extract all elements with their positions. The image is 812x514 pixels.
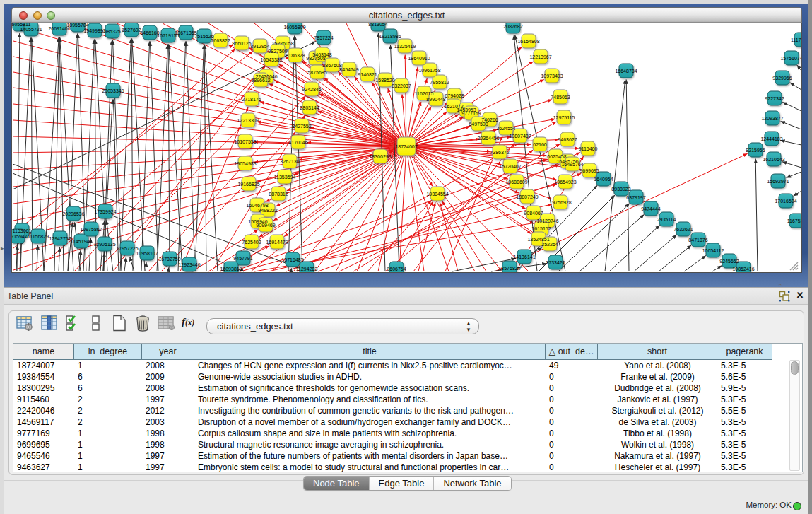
table-row[interactable]: 911546021997Tourette syndrome. Phenomeno… (13, 394, 772, 405)
new-column-icon[interactable] (111, 315, 128, 332)
graph-edge[interactable] (781, 122, 801, 130)
table-settings-icon[interactable] (16, 315, 33, 332)
graph-edge[interactable] (157, 45, 167, 272)
graph-edge[interactable] (291, 268, 292, 271)
graph-edge[interactable] (780, 141, 801, 145)
graph-edge[interactable] (124, 257, 126, 271)
network-window-titlebar[interactable]: citations_edges.txt (11, 7, 802, 23)
table-row[interactable]: 977716911998Corpus callosum shape and si… (13, 428, 772, 439)
float-window-icon[interactable] (779, 291, 790, 302)
table-row[interactable]: 1938455462009Genome-wide association stu… (13, 371, 772, 382)
graph-node-label: 62160 (533, 142, 547, 147)
column-header-short[interactable]: short (598, 344, 717, 360)
table-cell: 0 (546, 371, 598, 382)
column-header-in_degree[interactable]: in_degree (74, 344, 142, 360)
graph-edge[interactable] (104, 253, 105, 272)
function-builder-icon[interactable]: f(x) (182, 316, 194, 328)
graph-edge[interactable] (131, 39, 133, 272)
graph-edge[interactable] (146, 262, 146, 272)
graph-node-label: 13524851 (527, 237, 549, 242)
table-cell: 1 (74, 360, 142, 371)
node-table[interactable]: namein_degreeyeartitle△ out_de…shortpage… (13, 343, 803, 472)
citation-network-graph[interactable]: 1872400716055811140557212069140618955704… (12, 23, 801, 272)
graph-edge[interactable] (120, 39, 131, 272)
graph-edge[interactable] (37, 245, 38, 272)
table-header-row[interactable]: namein_degreeyeartitle△ out_de…shortpage… (13, 344, 772, 360)
delete-table-icon[interactable] (158, 315, 176, 332)
resize-grip-icon[interactable] (787, 259, 800, 271)
graph-edge[interactable] (13, 25, 406, 146)
unselect-all-icon[interactable] (91, 315, 101, 332)
graph-node-label: 19384554 (426, 192, 448, 197)
graph-edge[interactable] (659, 245, 691, 271)
graph-edge[interactable] (609, 225, 660, 271)
graph-node-label: 11353594 (274, 175, 296, 180)
table-row[interactable]: 946554611997Estimation of the future num… (13, 450, 772, 462)
graph-edge[interactable] (626, 80, 629, 272)
graph-edge[interactable] (782, 162, 801, 168)
graph-edge[interactable] (794, 191, 802, 196)
table-row[interactable]: 1456911722003Disruption of a novel membe… (13, 416, 772, 428)
graph-node-label: 11173334 (791, 37, 801, 42)
network-view-window[interactable]: citations_edges.txt (11, 7, 802, 276)
show-columns-icon[interactable] (41, 315, 58, 332)
tab-network-table[interactable]: Network Table (434, 477, 510, 490)
graph-edge[interactable] (634, 235, 677, 271)
table-cell: 18300295 (13, 382, 74, 394)
column-header-pagerank[interactable]: pagerank (717, 344, 772, 360)
graph-edge[interactable] (187, 42, 196, 272)
graph-edge[interactable] (113, 40, 122, 272)
delete-column-icon[interactable] (134, 315, 151, 332)
graph-edge[interactable] (787, 172, 801, 177)
graph-node-label: 2718176 (242, 97, 261, 102)
table-row[interactable]: 946362711997Embryonic stem cells: a mode… (13, 462, 772, 473)
graph-edge[interactable] (178, 42, 186, 272)
close-icon[interactable]: ✕ (795, 291, 805, 300)
table-panel-header: Table Panel ⌃ ✕ (4, 287, 808, 305)
scrollbar-thumb[interactable] (791, 361, 799, 375)
graph-edge[interactable] (579, 214, 645, 271)
graph-edge[interactable] (13, 173, 244, 271)
graph-edge[interactable] (295, 36, 302, 272)
graph-edge[interactable] (293, 146, 406, 271)
graph-edge[interactable] (712, 266, 722, 271)
table-cell: 9463627 (13, 462, 74, 473)
graph-node-label: 9474444 (641, 206, 660, 211)
select-all-icon[interactable] (66, 315, 81, 332)
table-cell: Estimation of the future numbers of pati… (194, 450, 546, 462)
table-row[interactable]: 1872400712008Changes of HCN gene express… (13, 360, 772, 371)
graph-edge[interactable] (406, 66, 418, 146)
column-header-title[interactable]: title (194, 344, 546, 360)
column-header-name[interactable]: name (13, 344, 74, 360)
graph-edge[interactable] (95, 40, 96, 272)
combobox-spinner-icon: ▲▼ (466, 320, 471, 333)
graph-node-label: 16648784 (615, 69, 637, 74)
table-row[interactable]: 1830029562008Estimation of significance … (13, 382, 772, 394)
graph-edge[interactable] (168, 267, 169, 271)
graph-node-label: 10973493 (541, 74, 563, 78)
column-header-out_de[interactable]: △ out_de… (546, 344, 598, 360)
graph-node-label: 5875685 (307, 70, 326, 75)
graph-edge[interactable] (755, 159, 758, 272)
vertical-scrollbar[interactable] (789, 360, 800, 471)
network-canvas[interactable]: 1872400716055811140557212069140618955704… (11, 23, 802, 273)
graph-edge[interactable] (790, 83, 801, 90)
table-row[interactable]: 969969511998Structural magnetic resonanc… (13, 439, 772, 450)
table-select-combobox[interactable]: citations_edges.txt ▲▼ (206, 318, 479, 334)
graph-node-label: 8990448 (426, 97, 445, 102)
splitter-collapse-icon[interactable]: ⌃ (777, 283, 783, 290)
splitter-collapse-left-icon[interactable]: ▸ (1, 245, 4, 252)
graph-edge[interactable] (558, 204, 630, 271)
graph-edge[interactable] (130, 257, 134, 271)
tab-edge-table[interactable]: Edge Table (370, 477, 435, 490)
tab-node-table[interactable]: Node Table (304, 477, 370, 490)
graph-node-label: 7955812 (430, 80, 449, 85)
table-body[interactable]: 1872400712008Changes of HCN gene express… (13, 360, 772, 473)
graph-edge[interactable] (782, 102, 801, 111)
graph-edge[interactable] (684, 255, 706, 271)
memory-ok-icon[interactable] (793, 502, 801, 510)
graph-edge[interactable] (797, 65, 801, 71)
column-header-year[interactable]: year (142, 344, 194, 360)
graph-edge[interactable] (150, 42, 158, 272)
table-row[interactable]: 2242004622012Investigating the contribut… (13, 405, 772, 416)
